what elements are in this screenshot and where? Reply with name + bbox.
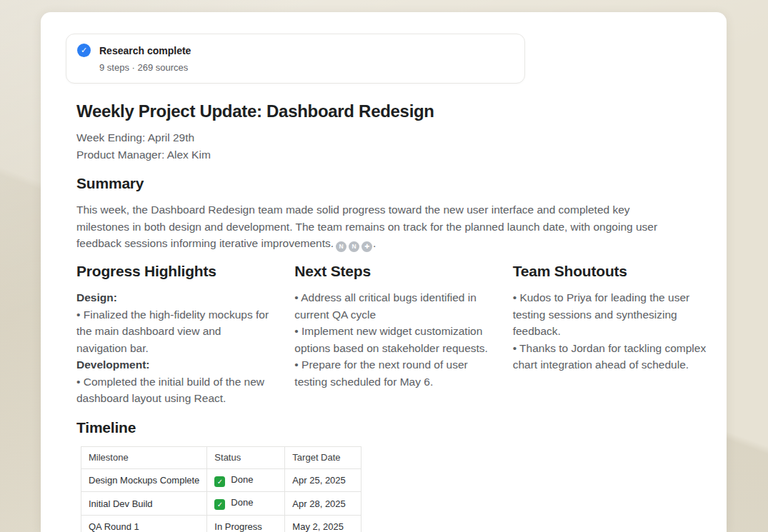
target-date-cell: Apr 28, 2025 [285,492,361,516]
column-bullet-line: • Kudos to Priya for leading the user te… [513,289,707,340]
research-steps-sources-meta: 9 steps · 269 sources [99,62,524,73]
column-bullet-line: • Address all critical bugs identified i… [294,289,489,323]
notion-citation-icon[interactable]: N [336,241,346,252]
status-cell: ✓Done [207,492,285,516]
research-complete-check-icon: ✓ [77,44,91,57]
timeline-heading: Timeline [76,418,707,437]
progress-highlights-heading: Progress Highlights [76,262,271,281]
status-cell: In Progress [207,515,285,532]
table-row: QA Round 1In ProgressMay 2, 2025 [81,515,361,532]
column-sublabel: Development: [76,356,271,373]
team-shoutouts-column: Team Shoutouts • Kudos to Priya for lead… [513,262,707,407]
product-manager-line: Product Manager: Alex Kim [76,146,707,164]
milestone-column-header: Milestone [81,446,207,468]
target-date-cell: Apr 25, 2025 [285,468,361,492]
progress-highlights-lines: Design:• Finalized the high-fidelity moc… [76,289,271,407]
research-complete-card[interactable]: ✓ Research complete 9 steps · 269 source… [66,34,525,84]
column-bullet-line: • Prepare for the next round of user tes… [294,356,489,390]
citation-chips: NN✚ [336,241,372,252]
target-date-column-header: Target Date [285,446,361,468]
milestone-cell: Design Mockups Complete [81,468,207,492]
next-steps-lines: • Address all critical bugs identified i… [294,289,489,390]
status-column-header: Status [207,446,285,468]
timeline-table: Milestone Status Target Date Design Mock… [81,446,361,532]
notion-citation-icon[interactable]: N [349,241,359,252]
team-shoutouts-lines: • Kudos to Priya for leading the user te… [513,289,707,373]
table-header-row: Milestone Status Target Date [81,446,361,468]
summary-heading: Summary [76,174,707,193]
column-bullet-line: • Implement new widget customization opt… [294,323,489,356]
column-bullet-line: • Thanks to Jordan for tackling complex … [513,340,707,373]
summary-period: . [373,237,376,249]
table-row: Initial Dev Build✓DoneApr 28, 2025 [81,492,361,516]
summary-paragraph: This week, the Dashboard Redesign team m… [76,201,664,252]
milestone-cell: QA Round 1 [81,515,207,532]
slack-citation-icon[interactable]: ✚ [361,241,372,252]
research-complete-row: ✓ Research complete [77,44,524,57]
table-row: Design Mockups Complete✓DoneApr 25, 2025 [81,468,361,492]
milestone-cell: Initial Dev Build [81,492,207,516]
document-card: ✓ Research complete 9 steps · 269 source… [41,12,727,532]
page-title: Weekly Project Update: Dashboard Redesig… [76,101,707,122]
done-check-icon: ✓ [214,499,225,510]
column-sublabel: Design: [76,289,271,306]
status-cell: ✓Done [207,468,285,492]
column-bullet-line: • Completed the initial build of the new… [76,373,271,407]
status-label: In Progress [214,521,261,532]
next-steps-column: Next Steps • Address all critical bugs i… [294,262,489,407]
next-steps-heading: Next Steps [294,262,489,281]
status-label: Done [231,497,253,508]
done-check-icon: ✓ [214,476,225,487]
research-complete-title: Research complete [99,45,191,56]
team-shoutouts-heading: Team Shoutouts [513,262,707,281]
column-bullet-line: • Finalized the high-fidelity mockups fo… [76,306,271,357]
three-column-section: Progress Highlights Design:• Finalized t… [76,262,707,407]
week-ending-line: Week Ending: April 29th [76,129,707,146]
status-label: Done [231,474,253,485]
target-date-cell: May 2, 2025 [285,515,361,532]
progress-highlights-column: Progress Highlights Design:• Finalized t… [76,262,271,407]
